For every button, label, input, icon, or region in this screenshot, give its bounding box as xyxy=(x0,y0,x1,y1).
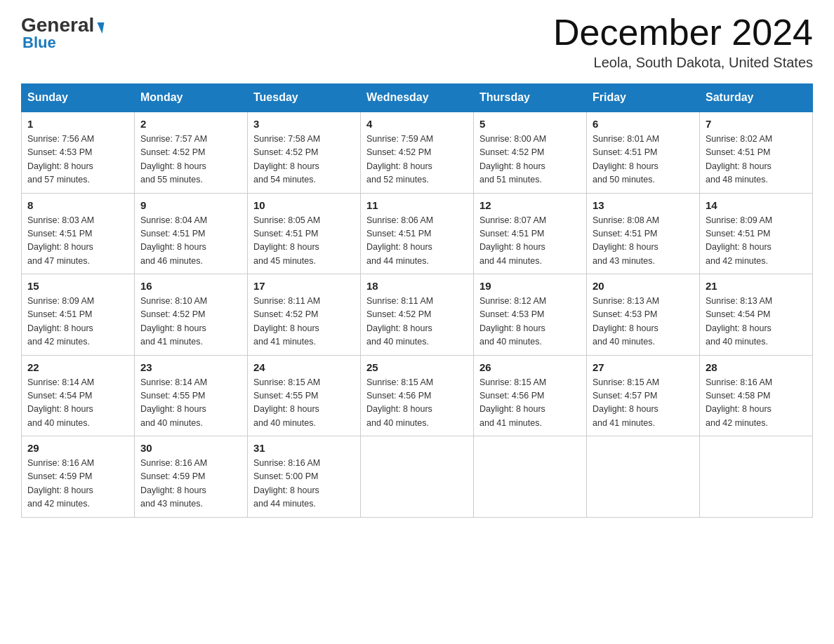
table-row: 31 Sunrise: 8:16 AM Sunset: 5:00 PM Dayl… xyxy=(248,436,361,518)
table-row xyxy=(474,436,587,518)
table-row: 28 Sunrise: 8:16 AM Sunset: 4:58 PM Dayl… xyxy=(700,355,813,436)
table-row xyxy=(700,436,813,518)
day-info: Sunrise: 8:16 AM Sunset: 5:00 PM Dayligh… xyxy=(253,457,355,511)
table-row: 8 Sunrise: 8:03 AM Sunset: 4:51 PM Dayli… xyxy=(22,193,135,274)
day-number: 19 xyxy=(479,280,581,292)
month-title: December 2024 xyxy=(553,14,813,51)
table-row: 30 Sunrise: 8:16 AM Sunset: 4:59 PM Dayl… xyxy=(135,436,248,518)
day-number: 9 xyxy=(140,199,241,211)
day-info: Sunrise: 8:08 AM Sunset: 4:51 PM Dayligh… xyxy=(593,214,694,269)
header: General Blue December 2024 Leola, South … xyxy=(21,14,813,71)
table-row: 19 Sunrise: 8:12 AM Sunset: 4:53 PM Dayl… xyxy=(474,274,587,356)
day-info: Sunrise: 8:16 AM Sunset: 4:59 PM Dayligh… xyxy=(140,457,241,511)
table-row: 26 Sunrise: 8:15 AM Sunset: 4:56 PM Dayl… xyxy=(474,355,587,436)
day-number: 18 xyxy=(366,280,468,292)
day-info: Sunrise: 8:16 AM Sunset: 4:58 PM Dayligh… xyxy=(706,376,807,431)
day-number: 26 xyxy=(479,361,581,373)
day-number: 12 xyxy=(479,199,581,211)
table-row: 14 Sunrise: 8:09 AM Sunset: 4:51 PM Dayl… xyxy=(700,193,813,274)
day-info: Sunrise: 8:09 AM Sunset: 4:51 PM Dayligh… xyxy=(706,214,807,269)
logo-triangle-icon xyxy=(95,22,105,34)
day-info: Sunrise: 8:16 AM Sunset: 4:59 PM Dayligh… xyxy=(27,457,128,511)
day-info: Sunrise: 8:15 AM Sunset: 4:56 PM Dayligh… xyxy=(366,376,468,431)
day-number: 23 xyxy=(140,361,241,373)
table-row: 1 Sunrise: 7:56 AM Sunset: 4:53 PM Dayli… xyxy=(22,112,135,193)
day-number: 15 xyxy=(27,280,128,292)
day-number: 1 xyxy=(27,118,128,130)
day-info: Sunrise: 8:15 AM Sunset: 4:57 PM Dayligh… xyxy=(593,376,694,431)
table-row: 10 Sunrise: 8:05 AM Sunset: 4:51 PM Dayl… xyxy=(248,193,361,274)
day-number: 6 xyxy=(593,118,694,130)
table-row xyxy=(587,436,700,518)
table-row: 15 Sunrise: 8:09 AM Sunset: 4:51 PM Dayl… xyxy=(22,274,135,356)
day-number: 24 xyxy=(253,361,355,373)
table-row: 4 Sunrise: 7:59 AM Sunset: 4:52 PM Dayli… xyxy=(361,112,474,193)
table-row: 7 Sunrise: 8:02 AM Sunset: 4:51 PM Dayli… xyxy=(700,112,813,193)
table-row: 13 Sunrise: 8:08 AM Sunset: 4:51 PM Dayl… xyxy=(587,193,700,274)
day-info: Sunrise: 8:15 AM Sunset: 4:55 PM Dayligh… xyxy=(253,376,355,431)
day-info: Sunrise: 8:11 AM Sunset: 4:52 PM Dayligh… xyxy=(366,295,468,349)
day-number: 28 xyxy=(706,361,807,373)
day-info: Sunrise: 8:10 AM Sunset: 4:52 PM Dayligh… xyxy=(140,295,241,349)
day-number: 10 xyxy=(253,199,355,211)
table-row: 21 Sunrise: 8:13 AM Sunset: 4:54 PM Dayl… xyxy=(700,274,813,356)
header-sunday: Sunday xyxy=(22,84,135,112)
table-row: 27 Sunrise: 8:15 AM Sunset: 4:57 PM Dayl… xyxy=(587,355,700,436)
calendar-week-row: 1 Sunrise: 7:56 AM Sunset: 4:53 PM Dayli… xyxy=(22,112,813,193)
day-info: Sunrise: 8:03 AM Sunset: 4:51 PM Dayligh… xyxy=(27,214,128,269)
header-friday: Friday xyxy=(587,84,700,112)
calendar-week-row: 15 Sunrise: 8:09 AM Sunset: 4:51 PM Dayl… xyxy=(22,274,813,356)
table-row: 12 Sunrise: 8:07 AM Sunset: 4:51 PM Dayl… xyxy=(474,193,587,274)
day-info: Sunrise: 8:04 AM Sunset: 4:51 PM Dayligh… xyxy=(140,214,241,269)
day-info: Sunrise: 7:57 AM Sunset: 4:52 PM Dayligh… xyxy=(140,133,241,187)
day-number: 30 xyxy=(140,442,241,454)
day-info: Sunrise: 8:05 AM Sunset: 4:51 PM Dayligh… xyxy=(253,214,355,269)
header-saturday: Saturday xyxy=(700,84,813,112)
day-info: Sunrise: 8:07 AM Sunset: 4:51 PM Dayligh… xyxy=(479,214,581,269)
table-row: 6 Sunrise: 8:01 AM Sunset: 4:51 PM Dayli… xyxy=(587,112,700,193)
table-row: 16 Sunrise: 8:10 AM Sunset: 4:52 PM Dayl… xyxy=(135,274,248,356)
logo-blue: Blue xyxy=(22,34,103,52)
calendar-week-row: 29 Sunrise: 8:16 AM Sunset: 4:59 PM Dayl… xyxy=(22,436,813,518)
header-thursday: Thursday xyxy=(474,84,587,112)
day-info: Sunrise: 8:13 AM Sunset: 4:53 PM Dayligh… xyxy=(593,295,694,349)
day-info: Sunrise: 8:15 AM Sunset: 4:56 PM Dayligh… xyxy=(479,376,581,431)
table-row: 29 Sunrise: 8:16 AM Sunset: 4:59 PM Dayl… xyxy=(22,436,135,518)
day-number: 17 xyxy=(253,280,355,292)
header-wednesday: Wednesday xyxy=(361,84,474,112)
table-row: 24 Sunrise: 8:15 AM Sunset: 4:55 PM Dayl… xyxy=(248,355,361,436)
day-number: 14 xyxy=(706,199,807,211)
day-number: 27 xyxy=(593,361,694,373)
day-number: 7 xyxy=(706,118,807,130)
table-row: 23 Sunrise: 8:14 AM Sunset: 4:55 PM Dayl… xyxy=(135,355,248,436)
day-number: 8 xyxy=(27,199,128,211)
day-info: Sunrise: 8:13 AM Sunset: 4:54 PM Dayligh… xyxy=(706,295,807,349)
table-row: 11 Sunrise: 8:06 AM Sunset: 4:51 PM Dayl… xyxy=(361,193,474,274)
calendar-week-row: 8 Sunrise: 8:03 AM Sunset: 4:51 PM Dayli… xyxy=(22,193,813,274)
table-row: 17 Sunrise: 8:11 AM Sunset: 4:52 PM Dayl… xyxy=(248,274,361,356)
location-title: Leola, South Dakota, United States xyxy=(553,55,813,71)
table-row: 9 Sunrise: 8:04 AM Sunset: 4:51 PM Dayli… xyxy=(135,193,248,274)
header-tuesday: Tuesday xyxy=(248,84,361,112)
table-row: 3 Sunrise: 7:58 AM Sunset: 4:52 PM Dayli… xyxy=(248,112,361,193)
day-number: 29 xyxy=(27,442,128,454)
day-number: 2 xyxy=(140,118,241,130)
calendar-week-row: 22 Sunrise: 8:14 AM Sunset: 4:54 PM Dayl… xyxy=(22,355,813,436)
table-row: 5 Sunrise: 8:00 AM Sunset: 4:52 PM Dayli… xyxy=(474,112,587,193)
day-info: Sunrise: 8:02 AM Sunset: 4:51 PM Dayligh… xyxy=(706,133,807,187)
day-info: Sunrise: 8:09 AM Sunset: 4:51 PM Dayligh… xyxy=(27,295,128,349)
day-number: 20 xyxy=(593,280,694,292)
day-number: 31 xyxy=(253,442,355,454)
day-info: Sunrise: 7:58 AM Sunset: 4:52 PM Dayligh… xyxy=(253,133,355,187)
day-number: 5 xyxy=(479,118,581,130)
day-number: 3 xyxy=(253,118,355,130)
table-row xyxy=(361,436,474,518)
days-header-row: Sunday Monday Tuesday Wednesday Thursday… xyxy=(22,84,813,112)
day-number: 4 xyxy=(366,118,468,130)
day-number: 21 xyxy=(706,280,807,292)
day-info: Sunrise: 8:11 AM Sunset: 4:52 PM Dayligh… xyxy=(253,295,355,349)
day-info: Sunrise: 8:12 AM Sunset: 4:53 PM Dayligh… xyxy=(479,295,581,349)
day-info: Sunrise: 8:14 AM Sunset: 4:55 PM Dayligh… xyxy=(140,376,241,431)
table-row: 18 Sunrise: 8:11 AM Sunset: 4:52 PM Dayl… xyxy=(361,274,474,356)
day-number: 22 xyxy=(27,361,128,373)
